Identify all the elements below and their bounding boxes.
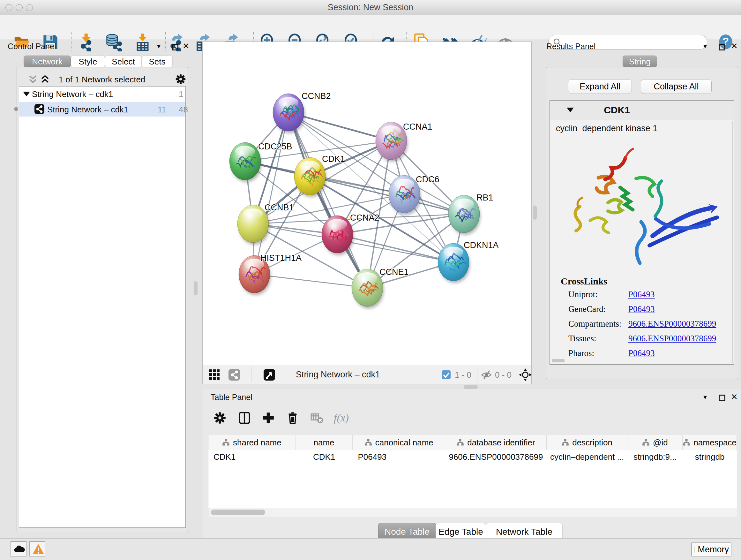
left-divider-grip[interactable] — [194, 281, 198, 295]
birds-eye-view-icon[interactable] — [263, 369, 275, 381]
network-node-ccnb2[interactable]: CCNB2 — [273, 91, 331, 133]
results-scrollbar-nub[interactable] — [552, 359, 564, 362]
table-cell[interactable]: stringdb — [683, 450, 737, 464]
memory-button[interactable]: Memory — [691, 543, 731, 557]
table-panel-menu-caret[interactable]: ▾ — [703, 394, 707, 401]
import-table-button[interactable] — [133, 32, 152, 52]
column-header-id[interactable]: @id — [627, 435, 683, 450]
table-row[interactable]: CDK1CDK1P064939606.ENSP00000378699cyclin… — [208, 450, 737, 464]
toolbar-separator — [165, 32, 166, 51]
crosslink-label: Compartments: — [568, 319, 621, 328]
control-panel-close-button[interactable]: ✕ — [183, 42, 190, 50]
right-divider-grip[interactable] — [533, 206, 537, 220]
table-panel-close-button[interactable]: ✕ — [731, 393, 738, 401]
network-edge[interactable] — [254, 112, 288, 274]
network-node-hist1h1a[interactable]: HIST1H1A — [239, 253, 301, 295]
import-table-icon — [134, 33, 151, 51]
string-style-icon[interactable] — [228, 369, 240, 381]
node-table: shared namenamecanonical namedatabase id… — [208, 435, 737, 516]
results-panel-float-button[interactable] — [719, 44, 725, 51]
network-view-title: String Network – cdk1 — [296, 370, 380, 380]
crosslinks-title: CrossLinks — [561, 276, 607, 287]
crosslink-row: GeneCard:P06493 — [568, 304, 728, 314]
column-header-database-identifier[interactable]: database identifier — [445, 435, 547, 450]
control-panel-menu-caret[interactable]: ▾ — [157, 43, 160, 50]
column-label: database identifier — [467, 438, 535, 448]
table-cell[interactable]: P06493 — [353, 450, 445, 464]
network-canvas[interactable]: CCNB2CCNA1CDC25BCDK1CDC6RB1CCNB1CCNA2CDK… — [203, 42, 531, 365]
import-network-icon — [77, 33, 95, 51]
column-header-canonical-name[interactable]: canonical name — [353, 435, 445, 450]
tab-select[interactable]: Select — [105, 56, 142, 67]
import-network-button[interactable] — [77, 32, 96, 52]
collection-expand-icon[interactable] — [23, 91, 30, 97]
delete-table-icon[interactable] — [310, 411, 324, 425]
control-panel-float-button[interactable] — [172, 44, 179, 51]
expand-all-button[interactable]: Expand All — [568, 79, 632, 94]
network-node-ccna1[interactable]: CCNA1 — [376, 122, 432, 162]
crosslink-label: GeneCard: — [568, 304, 606, 314]
crosslink-link[interactable]: 9606.ENSP00000378699 — [628, 319, 716, 329]
network-node-ccnb1[interactable]: CCNB1 — [238, 203, 294, 245]
table-options-gear-icon[interactable] — [213, 411, 226, 425]
table-cell[interactable]: cyclin–dependent ... — [547, 450, 628, 464]
network-edge[interactable] — [254, 274, 367, 288]
results-panel-close-button[interactable]: ✕ — [731, 42, 738, 50]
column-header-description[interactable]: description — [547, 435, 628, 450]
string-network-icon — [35, 104, 44, 114]
network-row-selected[interactable]: String Network – cdk1 11 48 — [19, 102, 185, 117]
network-node-cdk1[interactable]: CDK1 — [294, 154, 345, 197]
crosslink-link[interactable]: 9606.ENSP00000378699 — [628, 334, 716, 344]
network-options-gear-icon[interactable] — [175, 73, 186, 85]
crosslink-link[interactable]: P06493 — [628, 348, 655, 358]
protein-card-header[interactable]: CDK1 — [550, 101, 734, 120]
network-node-ccna2[interactable]: CCNA2 — [322, 213, 380, 255]
network-collection-row[interactable]: String Network – cdk1 1 — [19, 86, 185, 102]
add-column-icon[interactable] — [262, 411, 275, 425]
crosslink-link[interactable]: P06493 — [628, 290, 655, 300]
tab-network[interactable]: Network — [23, 56, 71, 67]
column-header-name[interactable]: name — [295, 435, 353, 450]
table-horizontal-scrollbar[interactable] — [208, 508, 737, 516]
tab-edge-table[interactable]: Edge Table — [435, 523, 486, 540]
tab-string[interactable]: String — [623, 56, 657, 67]
crosslink-link[interactable]: P06493 — [628, 304, 655, 314]
function-builder-button[interactable]: f(x) — [334, 412, 349, 424]
collapse-all-button[interactable]: Collapse All — [641, 79, 712, 94]
network-node-ccne1[interactable]: CCNE1 — [352, 267, 409, 309]
table-cell[interactable]: CDK1 — [208, 450, 295, 464]
cytoscape-window: Session: New Session — [0, 0, 741, 560]
column-header-shared-name[interactable]: shared name — [208, 435, 295, 450]
network-tree: String Network – cdk1 1 String Network –… — [19, 86, 186, 528]
warnings-button[interactable] — [29, 541, 45, 557]
node-label: CDKN1A — [464, 240, 499, 250]
scrollbar-thumb[interactable] — [211, 509, 265, 515]
column-header-namespace[interactable]: namespace — [683, 435, 737, 450]
table-panel-float-button[interactable] — [719, 395, 725, 401]
crosslink-row: Uniprot:P06493 — [568, 290, 728, 300]
pan-crosshair-icon[interactable] — [519, 368, 532, 381]
bottom-divider-grip[interactable] — [464, 385, 478, 389]
cloud-status-button[interactable] — [10, 541, 26, 557]
hierarchy-icon — [222, 439, 230, 446]
network-node-count: 11 — [158, 105, 166, 115]
network-node-rb1[interactable]: RB1 — [448, 193, 493, 235]
grid-view-icon[interactable] — [208, 369, 220, 381]
table-cell[interactable]: CDK1 — [295, 450, 353, 464]
tab-node-table[interactable]: Node Table — [378, 523, 436, 540]
selected-checkbox-icon[interactable] — [441, 370, 451, 380]
tab-style[interactable]: Style — [71, 56, 105, 67]
protein-name: CDK1 — [550, 105, 684, 116]
table-cell[interactable]: stringdb:9... — [627, 450, 683, 464]
network-node-cdkn1a[interactable]: CDKN1A — [438, 240, 499, 283]
table-cell[interactable]: 9606.ENSP00000378699 — [445, 450, 547, 464]
results-panel-menu-caret[interactable]: ▾ — [703, 43, 707, 50]
show-columns-icon[interactable] — [238, 411, 251, 425]
network-node-cdc25b[interactable]: CDC25B — [229, 142, 292, 182]
tab-network-table[interactable]: Network Table — [486, 523, 562, 540]
tab-sets[interactable]: Sets — [142, 56, 173, 67]
delete-column-icon[interactable] — [286, 411, 299, 425]
hidden-eye-slash-icon[interactable] — [481, 370, 492, 380]
import-network-from-database-button[interactable] — [104, 32, 123, 52]
protein-description: cyclin–dependent kinase 1 — [556, 124, 657, 133]
